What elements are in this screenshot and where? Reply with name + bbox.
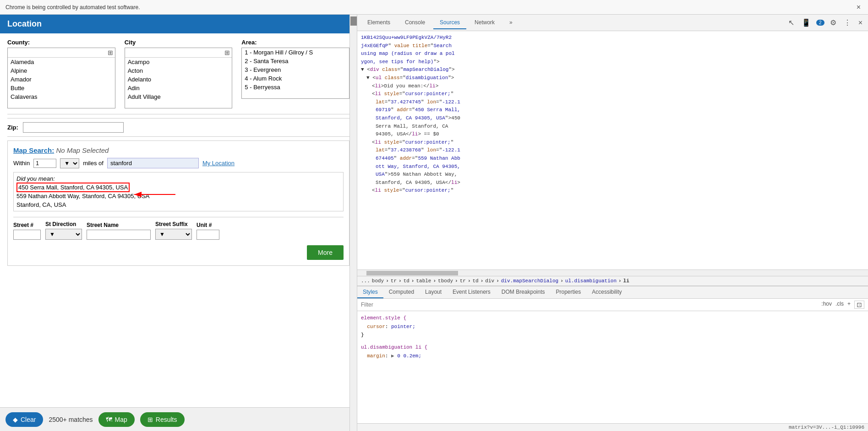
county-search-input[interactable] [10, 49, 93, 56]
bc-ul-disambiguation[interactable]: ul.disambiguation [565, 278, 617, 284]
styles-tab-accessibility[interactable]: Accessibility [586, 286, 627, 298]
tab-elements[interactable]: Elements [361, 16, 397, 29]
styles-tab-properties[interactable]: Properties [551, 286, 587, 298]
street-suffix-label: Street Suffix [155, 221, 192, 227]
within-select[interactable]: ▼ [60, 158, 79, 168]
county-label: County: [7, 39, 115, 46]
suggestion-item-2[interactable]: Stanford, CA, USA [16, 201, 340, 208]
disambiguation-box: Did you mean: 450 Serra Mall, Stanford, … [13, 172, 344, 211]
styles-tab-dom-breakpoints[interactable]: DOM Breakpoints [496, 286, 551, 298]
bc-tr1[interactable]: tr [391, 278, 397, 284]
devtools-badge: 2 [816, 20, 824, 26]
suggestion-item-1[interactable]: 559 Nathan Abbott Way, Stanford, CA 9430… [16, 193, 340, 199]
devtools-dots-icon[interactable]: ⋮ [842, 17, 853, 28]
bc-li[interactable]: li [623, 278, 629, 284]
styles-tab-event-listeners[interactable]: Event Listeners [447, 286, 496, 298]
map-label: Map [115, 416, 127, 423]
street-num-label: Street # [13, 222, 41, 228]
bc-tr2[interactable]: tr [460, 278, 466, 284]
tab-sources[interactable]: Sources [433, 16, 466, 29]
tab-console[interactable]: Console [399, 16, 431, 29]
web-panel: Location County: ⊞ Alameda Alpine [0, 15, 357, 431]
clear-button[interactable]: ◆ Clear [5, 412, 43, 427]
chrome-bar-message: Chrome is being controlled by automated … [5, 4, 140, 11]
city-item-adin[interactable]: Adin [125, 84, 232, 92]
devtools-close-icon[interactable]: × [857, 18, 864, 28]
bc-body[interactable]: body [372, 278, 384, 284]
code-line-8: lat="37.4274745" lon="-122.1 [361, 98, 864, 107]
margin-triangle[interactable]: ▶ [391, 353, 394, 359]
area-listbox-container: 1 - Morgan Hill / Gilroy / S 2 - Santa T… [241, 48, 349, 99]
devtools-code-area[interactable]: 1KB142SQuu+ww9LF9PEgkVZA/7HyR2 j4xEGEfqP… [357, 31, 868, 269]
map-button[interactable]: 🗺 Map [98, 412, 135, 427]
map-search-title: Map Search: No Map Selected [13, 146, 344, 154]
miles-of-label: miles of [83, 160, 104, 167]
styles-panel: Styles Computed Layout Event Listeners D… [357, 286, 868, 423]
devtools-status: matrix?v=3V...-i_Q1:10996 [357, 423, 868, 431]
more-button[interactable]: More [307, 245, 344, 260]
results-button[interactable]: ⊞ Results [140, 412, 185, 427]
within-input[interactable] [33, 159, 56, 168]
bc-div-mapsearch[interactable]: div.mapSearchDialog [501, 278, 558, 284]
county-item-calaveras[interactable]: Calaveras [8, 92, 115, 101]
city-search-input[interactable] [127, 49, 210, 56]
county-item-alpine[interactable]: Alpine [8, 66, 115, 75]
area-item-5[interactable]: 5 - Berryessa [242, 83, 349, 92]
county-item-alameda[interactable]: Alameda [8, 58, 115, 66]
county-listbox[interactable]: Alameda Alpine Amador Butte Calaveras [8, 58, 115, 108]
code-line-3: ygon, see tips for help)"> [361, 58, 864, 66]
devtools-gear-icon[interactable]: ⚙ [828, 17, 838, 28]
city-item-acton[interactable]: Acton [125, 66, 232, 75]
styles-filter-input[interactable] [361, 302, 818, 308]
county-item-butte[interactable]: Butte [8, 84, 115, 92]
devtools-device-icon[interactable]: 📱 [800, 17, 813, 28]
street-name-input[interactable] [87, 230, 151, 240]
street-suffix-select[interactable]: ▼ [155, 229, 192, 240]
county-col: County: ⊞ Alameda Alpine Amador Butte Ca… [7, 39, 115, 108]
chrome-bar-close[interactable]: × [855, 2, 863, 12]
zip-input[interactable] [23, 122, 124, 133]
suggestion-item-0[interactable]: 450 Serra Mall, Stanford, CA 94305, USA [16, 183, 130, 192]
county-item-amador[interactable]: Amador [8, 75, 115, 84]
st-direction-select[interactable]: ▼ [45, 229, 82, 240]
bc-td1[interactable]: td [404, 278, 409, 284]
street-name-col: Street Name [87, 222, 151, 240]
street-num-input[interactable] [13, 230, 41, 240]
area-item-1[interactable]: 1 - Morgan Hill / Gilroy / S [242, 48, 349, 57]
tab-more[interactable]: » [503, 16, 519, 29]
county-listbox-header: ⊞ [8, 48, 115, 58]
area-item-2[interactable]: 2 - Santa Teresa [242, 57, 349, 65]
add-style-btn[interactable]: + [847, 301, 851, 309]
styles-tab-computed[interactable]: Computed [383, 286, 420, 298]
city-item-acampo[interactable]: Acampo [125, 58, 232, 66]
street-row: Street # St Direction ▼ Street Name [13, 217, 344, 240]
devtools-cursor-icon[interactable]: ↖ [786, 17, 796, 28]
area-item-3[interactable]: 3 - Evergreen [242, 65, 349, 74]
styles-tab-styles[interactable]: Styles [357, 286, 383, 298]
bc-tbody[interactable]: tbody [438, 278, 453, 284]
code-line-9: 69719" addr="450 Serra Mall, [361, 106, 864, 114]
scrollbar-thumb[interactable] [350, 16, 357, 26]
tab-network[interactable]: Network [468, 16, 501, 29]
city-listbox[interactable]: Acampo Acton Adelanto Adin Adult Village [125, 58, 232, 108]
bc-table[interactable]: table [416, 278, 431, 284]
web-panel-scrollbar[interactable] [349, 15, 357, 431]
hscroll-thumb[interactable] [366, 271, 458, 275]
unit-input[interactable] [197, 230, 219, 240]
my-location-link[interactable]: My Location [202, 160, 235, 167]
bc-div1[interactable]: div [485, 278, 494, 284]
city-copy-icon[interactable]: ⊞ [224, 49, 230, 56]
cls-btn[interactable]: .cls [835, 301, 844, 309]
new-rule-btn[interactable]: ⊡ [854, 301, 864, 309]
map-search-link[interactable]: Map Search: [13, 146, 54, 154]
county-copy-icon[interactable]: ⊞ [108, 49, 113, 56]
city-item-adult-village[interactable]: Adult Village [125, 92, 232, 101]
styles-tab-layout[interactable]: Layout [420, 286, 447, 298]
devtools-horizontal-scrollbar[interactable] [357, 269, 868, 276]
hov-btn[interactable]: :hov [821, 301, 832, 309]
area-item-4[interactable]: 4 - Alum Rock [242, 74, 349, 83]
bc-td2[interactable]: td [473, 278, 479, 284]
miles-of-input[interactable] [107, 158, 199, 168]
area-listbox[interactable]: 1 - Morgan Hill / Gilroy / S 2 - Santa T… [242, 48, 349, 98]
city-item-adelanto[interactable]: Adelanto [125, 75, 232, 84]
